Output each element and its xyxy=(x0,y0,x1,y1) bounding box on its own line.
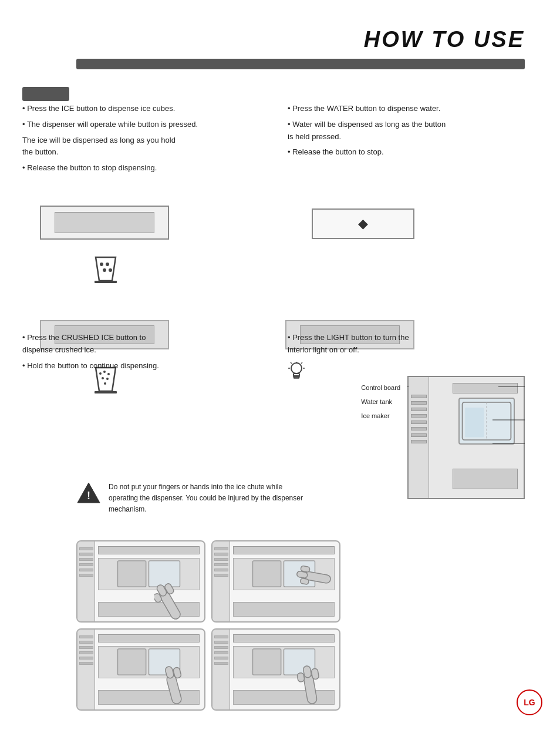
svg-rect-53 xyxy=(297,672,305,682)
lg-logo: LG xyxy=(517,689,542,715)
crushed-text-line-3: • Hold the button to continue dispensing… xyxy=(22,360,245,372)
step-top-bar-3 xyxy=(98,634,200,642)
ice-text-line-5: • Release the button to stop dispensing. xyxy=(22,162,245,174)
svg-point-7 xyxy=(99,372,102,375)
svg-rect-24 xyxy=(294,377,299,378)
step-fridge-left-4 xyxy=(212,630,230,709)
light-text-line-2: interior light on or off. xyxy=(288,344,487,356)
light-text-line-1: • Press the LIGHT button to turn the xyxy=(288,332,487,344)
steps-grid xyxy=(76,540,340,711)
svg-rect-27 xyxy=(465,408,484,438)
fridge-diagram xyxy=(407,376,525,499)
top-divider-bar xyxy=(76,59,525,69)
svg-point-12 xyxy=(104,382,106,385)
svg-line-21 xyxy=(301,362,302,364)
step-top-bar-1 xyxy=(98,546,200,554)
svg-rect-46 xyxy=(164,666,174,679)
step-panel-4 xyxy=(211,628,340,711)
svg-rect-48 xyxy=(253,649,281,675)
ice-text-line-2: • The dispenser will operate while butto… xyxy=(22,119,245,131)
fridge-bottom-tray xyxy=(453,469,518,489)
svg-rect-37 xyxy=(253,561,281,587)
hand-icon-2 xyxy=(295,562,336,597)
water-text-line-4: • Release the button to stop. xyxy=(288,146,511,159)
fridge-annotations: Control board Water tank Ice maker xyxy=(361,381,400,423)
step-top-bar-4 xyxy=(233,634,335,642)
step-vents-2 xyxy=(214,547,228,579)
step-tray-2 xyxy=(233,602,335,617)
water-drop-icon: ◆ xyxy=(358,216,368,231)
fridge-control-bar xyxy=(453,383,518,393)
svg-point-9 xyxy=(107,373,110,375)
water-button-box[interactable]: ◆ xyxy=(312,208,414,239)
svg-rect-45 xyxy=(166,674,182,705)
ice-text-line-4: the button. xyxy=(22,146,245,159)
svg-rect-5 xyxy=(95,281,117,283)
step-fridge-left-1 xyxy=(77,541,95,621)
crushed-text-line-1: • Press the CRUSHED ICE button to xyxy=(22,332,245,344)
svg-rect-41 xyxy=(301,566,310,572)
ice-button-box[interactable] xyxy=(40,206,169,240)
fridge-water-container xyxy=(458,398,515,445)
annotation-1: Control board xyxy=(361,381,400,395)
page-title: HOW TO USE xyxy=(364,27,525,52)
step-vents-3 xyxy=(79,635,93,667)
svg-text:!: ! xyxy=(87,490,90,502)
svg-rect-42 xyxy=(300,578,309,584)
svg-point-1 xyxy=(100,263,103,266)
svg-point-11 xyxy=(106,378,109,380)
svg-point-4 xyxy=(109,268,112,272)
svg-point-3 xyxy=(103,268,106,272)
light-section-text: • Press the LIGHT button to turn the int… xyxy=(288,332,487,356)
svg-line-22 xyxy=(291,362,292,364)
step-vents-4 xyxy=(214,635,228,667)
svg-point-16 xyxy=(291,363,302,374)
water-text-line-3: is held pressed. xyxy=(288,131,511,143)
step-top-bar-2 xyxy=(233,546,335,554)
water-text-line-2: • Water will be dispensed as long as the… xyxy=(288,119,511,131)
step-vents-1 xyxy=(79,547,93,579)
step-panel-2 xyxy=(211,540,340,623)
ice-section-text: • Press the ICE button to dispense ice c… xyxy=(22,103,245,174)
fridge-left-panel xyxy=(409,377,429,498)
lightbulb-icon xyxy=(288,361,343,380)
svg-rect-13 xyxy=(95,391,117,393)
hand-icon-3 xyxy=(156,662,200,707)
warning-icon: ! xyxy=(76,482,101,504)
ice-cup-icon xyxy=(91,253,120,285)
step-fridge-left-3 xyxy=(77,630,95,709)
fridge-main-area xyxy=(429,377,524,498)
step-panel-3 xyxy=(76,628,205,711)
warning-text: Do not put your fingers or hands into th… xyxy=(109,482,308,516)
svg-point-2 xyxy=(106,263,109,266)
svg-point-10 xyxy=(102,377,104,379)
svg-rect-31 xyxy=(118,561,146,587)
water-text-line-1: • Press the WATER button to dispense wat… xyxy=(288,103,511,115)
ice-button-inner xyxy=(55,212,154,233)
annotation-line-area xyxy=(407,386,409,387)
hand-icon-4 xyxy=(291,662,335,707)
step-fridge-left-2 xyxy=(212,541,230,621)
ice-text-line-1: • Press the ICE button to dispense ice c… xyxy=(22,103,245,115)
ice-text-line-3: The ice will be dispensed as long as you… xyxy=(22,134,245,147)
water-section-text: • Press the WATER button to dispense wat… xyxy=(288,103,511,159)
hand-icon-1 xyxy=(154,574,201,621)
svg-rect-43 xyxy=(118,649,146,675)
crushed-ice-section-text: • Press the CRUSHED ICE button to dispen… xyxy=(22,332,245,372)
section-tag xyxy=(22,87,69,101)
annotation-3: Ice maker xyxy=(361,409,400,423)
crushed-text-line-2: dispense crushed ice. xyxy=(22,344,245,356)
step-panel-1 xyxy=(76,540,205,623)
fridge-vents xyxy=(411,395,427,446)
annotation-2: Water tank xyxy=(361,395,400,409)
